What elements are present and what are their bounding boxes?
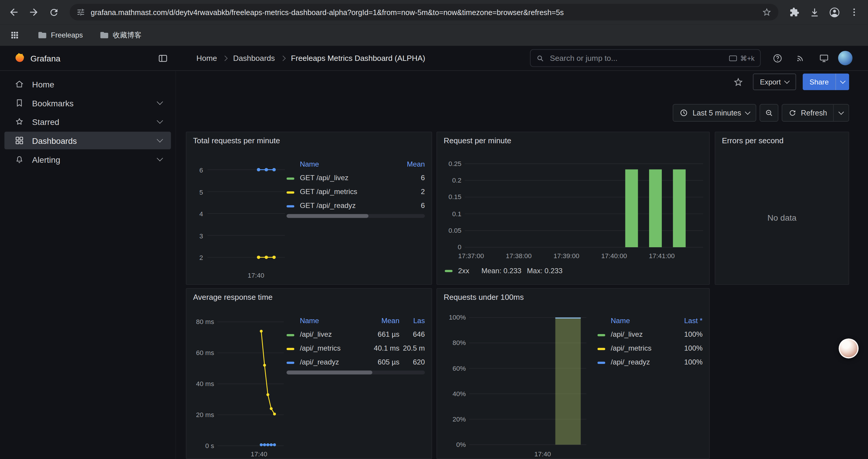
series-color-swatch — [286, 177, 294, 179]
browser-menu-button[interactable] — [845, 3, 864, 22]
x-axis-label: 17:38:00 — [506, 252, 531, 260]
sidebar-item-label: Home — [32, 79, 54, 89]
legend-value: 100% — [667, 344, 703, 352]
request-per-minute-chart — [465, 164, 703, 247]
y-axis-label: 20% — [453, 415, 466, 423]
y-axis-label: 0 s — [205, 442, 214, 450]
panel-legend-table: NameMeanLas/api/_livez661 µs646/api/_met… — [286, 313, 425, 369]
panel-average-response-time: Average response time 80 ms60 ms40 ms20 … — [186, 288, 432, 459]
average-response-time-chart — [217, 322, 284, 446]
sidebar-item-dashboards[interactable]: Dashboards — [4, 132, 171, 150]
bookmark-item-favorites[interactable]: 收藏博客 — [99, 30, 142, 40]
sidebar-toggle-button[interactable] — [158, 53, 168, 64]
time-range-picker[interactable]: Last 5 minutes — [673, 104, 756, 122]
y-axis: 80 ms60 ms40 ms20 ms0 s — [186, 318, 214, 450]
legend-header[interactable]: Las — [399, 316, 425, 324]
back-button[interactable] — [4, 3, 23, 22]
panel-title[interactable]: Request per minute — [444, 136, 512, 145]
help-button[interactable] — [769, 49, 786, 67]
chevron-down-icon[interactable] — [157, 118, 163, 124]
legend-header[interactable]: Name — [611, 316, 667, 324]
apps-grid-button[interactable] — [8, 28, 21, 42]
panel-title[interactable]: Requests under 100ms — [444, 293, 524, 302]
legend-item[interactable]: GET /api/_metrics2 — [286, 185, 425, 198]
reload-button[interactable] — [44, 3, 63, 22]
export-label: Export — [760, 78, 780, 86]
share-label: Share — [809, 78, 829, 86]
refresh-interval-button[interactable] — [834, 104, 849, 122]
url-bar[interactable]: grafana.mathmast.com/d/deytv4rwavabkb/fr… — [70, 4, 778, 21]
panel-title[interactable]: Total requests per minute — [193, 136, 280, 145]
sidebar-item-alerting[interactable]: Alerting — [4, 150, 171, 168]
panel-legend-table: NameLast */api/_livez100%/api/_metrics10… — [597, 313, 703, 369]
share-button[interactable]: Share — [803, 73, 836, 90]
user-avatar[interactable] — [838, 51, 852, 65]
apps-grid-icon — [10, 30, 19, 40]
legend-value: 661 µs — [365, 330, 399, 338]
legend-value: 605 µs — [365, 358, 399, 366]
sidebar-item-label: Dashboards — [32, 136, 77, 145]
panel-title[interactable]: Errors per second — [722, 136, 783, 145]
legend-item[interactable]: /api/_metrics40.1 ms20.5 m — [286, 341, 425, 355]
sidebar-item-bookmarks[interactable]: Bookmarks — [4, 94, 171, 112]
legend-header[interactable]: Mean — [403, 160, 425, 168]
zoom-out-button[interactable] — [759, 104, 778, 122]
legend-swatch-cell — [286, 174, 300, 182]
zoom-out-icon — [764, 108, 773, 117]
downloads-button[interactable] — [805, 3, 824, 22]
sidebar: Home Bookmarks Starred Dashboards Alerti… — [0, 71, 176, 459]
refresh-split-button: Refresh — [781, 104, 849, 122]
y-axis-label: 2 — [199, 254, 203, 261]
bookmark-item-freeleaps[interactable]: Freeleaps — [37, 30, 83, 40]
bookmark-star-icon[interactable] — [762, 7, 772, 17]
search-box[interactable]: ⌘+k — [530, 49, 761, 67]
search-icon — [536, 54, 544, 62]
breadcrumb-dashboards[interactable]: Dashboards — [233, 54, 275, 63]
y-axis-label: 40 ms — [196, 380, 214, 388]
legend-item[interactable]: /api/_livez661 µs646 — [286, 328, 425, 341]
legend-item[interactable]: /api/_readyz605 µs620 — [286, 355, 425, 369]
breadcrumb-current: Freeleaps Metrics Dashboard (ALPHA) — [291, 54, 426, 63]
y-axis: 100%80%60%40%20%0% — [437, 314, 466, 449]
series-color-swatch — [286, 362, 294, 364]
floating-avatar-button[interactable] — [839, 338, 859, 358]
legend-series-label[interactable]: 2xx — [458, 267, 469, 275]
legend-series-name: GET /api/_livez — [300, 174, 403, 182]
x-axis-label: 17:40:00 — [601, 252, 627, 260]
chevron-down-icon[interactable] — [157, 155, 163, 161]
search-input[interactable] — [549, 53, 724, 63]
legend-item[interactable]: /api/_readyz100% — [597, 355, 703, 369]
legend-swatch-cell — [286, 330, 300, 338]
sidebar-item-starred[interactable]: Starred — [4, 113, 171, 131]
legend-item[interactable]: GET /api/_readyz6 — [286, 198, 425, 212]
y-axis: 0.250.20.150.10.050 — [437, 160, 461, 251]
news-rss-button[interactable] — [792, 49, 809, 67]
legend-header-row: NameLast * — [597, 313, 703, 328]
legend-item[interactable]: GET /api/_livez6 — [286, 171, 425, 185]
screen-share-button[interactable] — [815, 49, 833, 67]
extensions-button[interactable] — [785, 3, 804, 22]
series-color-swatch — [286, 334, 294, 336]
favorite-dashboard-button[interactable] — [731, 74, 746, 90]
refresh-button[interactable]: Refresh — [781, 104, 834, 122]
legend-item[interactable]: /api/_livez100% — [597, 328, 703, 341]
chevron-down-icon[interactable] — [157, 99, 163, 105]
legend-header[interactable]: Mean — [365, 316, 399, 324]
forward-button[interactable] — [24, 3, 43, 22]
profile-button[interactable] — [825, 3, 844, 22]
scrollbar-thumb[interactable] — [286, 214, 368, 218]
share-menu-button[interactable] — [835, 73, 849, 90]
legend-header[interactable]: Last * — [667, 316, 703, 324]
legend-value: 20.5 m — [399, 344, 425, 352]
legend-header[interactable]: Name — [300, 160, 403, 168]
legend-item[interactable]: /api/_metrics100% — [597, 341, 703, 355]
grafana-logo-icon[interactable] — [13, 52, 25, 64]
breadcrumb-home[interactable]: Home — [196, 54, 217, 63]
scrollbar-thumb[interactable] — [286, 371, 372, 374]
chevron-down-icon[interactable] — [157, 136, 163, 142]
legend-swatch-cell — [286, 188, 300, 196]
export-button[interactable]: Export — [753, 73, 796, 90]
sidebar-item-home[interactable]: Home — [4, 75, 171, 93]
panel-title[interactable]: Average response time — [193, 293, 273, 302]
legend-header[interactable]: Name — [300, 316, 365, 324]
